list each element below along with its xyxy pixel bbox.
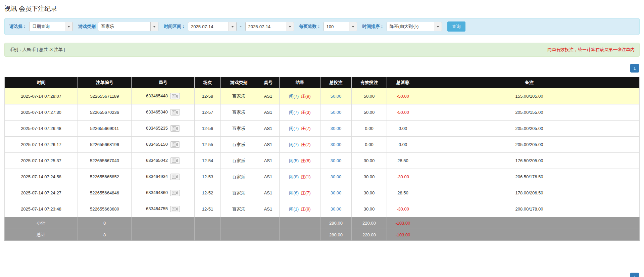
- cell-valid-bet: 30.00: [352, 201, 387, 217]
- time-range-group: 时间区间： ~: [164, 22, 294, 31]
- video-camera-icon[interactable]: [170, 190, 180, 196]
- cell-time: 2025-07-14 07:28:07: [5, 88, 78, 104]
- cell-round: 633464755: [132, 201, 195, 217]
- column-header-round: 局号: [132, 77, 195, 88]
- result-player: 闲(6): [289, 190, 299, 195]
- column-header-game-type: 游戏类别: [221, 77, 257, 88]
- page-size-group: 每页笔数：: [299, 22, 357, 31]
- sort-label: 时间排序：: [362, 24, 384, 30]
- total-bet-link[interactable]: 30.00: [331, 142, 342, 147]
- game-type-input[interactable]: [98, 22, 150, 31]
- cell-valid-bet: 30.00: [352, 153, 387, 169]
- caret-shape: [352, 26, 354, 28]
- result-player: 闲(7): [289, 142, 299, 147]
- query-type-label: 请选择：: [9, 24, 27, 30]
- video-camera-icon[interactable]: [170, 157, 180, 164]
- page-size-combobox[interactable]: [324, 22, 357, 31]
- video-camera-icon[interactable]: [170, 125, 180, 132]
- page-size-input[interactable]: [324, 22, 349, 31]
- video-camera-icon[interactable]: [170, 174, 180, 180]
- chevron-down-icon[interactable]: [229, 22, 236, 31]
- column-header-valid-bet: 有效投注: [352, 77, 387, 88]
- date-from-combobox[interactable]: [188, 22, 237, 31]
- cell-total-bet: 50.00: [320, 88, 352, 104]
- cell-valid-bet: 0.00: [352, 121, 387, 137]
- game-type-group: 游戏类别: [78, 22, 158, 31]
- total-bet-link[interactable]: 50.00: [331, 110, 342, 115]
- cell-payout: 0.00: [387, 137, 419, 153]
- cell-session: 12-57: [195, 104, 221, 121]
- result-banker: 庄(7): [301, 190, 311, 195]
- cell-game-type: 百家乐: [221, 153, 257, 169]
- video-camera-icon[interactable]: [170, 141, 180, 148]
- subtotal-count: 8: [78, 217, 132, 229]
- cell-bet-id: 522655670236: [78, 104, 132, 121]
- cell-remark: 155.00/105.00: [419, 88, 640, 104]
- valid-bet-notice: 同局有效投注，统一计算在该局第一张注单内: [547, 47, 635, 53]
- cell-total-bet: 30.00: [320, 185, 352, 201]
- cell-valid-bet: 30.00: [352, 169, 387, 185]
- cell-table-no: AS1: [257, 88, 280, 104]
- result-player: 闲(1): [289, 206, 299, 212]
- empty-cell: [195, 229, 221, 241]
- total-bet-link[interactable]: 30.00: [331, 126, 342, 131]
- empty-cell: [221, 229, 257, 241]
- cell-time: 2025-07-14 07:24:27: [5, 185, 78, 201]
- sort-input[interactable]: [387, 22, 434, 31]
- cell-remark: 205.00/155.00: [419, 104, 640, 121]
- result-player: 闲(8): [289, 174, 299, 179]
- cell-payout: 28.50: [387, 185, 419, 201]
- cell-result: 闲(7) 庄(9): [280, 88, 320, 104]
- cell-remark: 205.00/205.00: [419, 121, 640, 137]
- cell-session: 12-58: [195, 88, 221, 104]
- total-bet-link[interactable]: 30.00: [331, 158, 342, 163]
- total-bet-link[interactable]: 30.00: [331, 190, 342, 195]
- total-bet-link[interactable]: 30.00: [331, 174, 342, 179]
- cell-game-type: 百家乐: [221, 169, 257, 185]
- cell-result: 闲(1) 庄(9): [280, 201, 320, 217]
- page-1-button[interactable]: 1: [630, 64, 639, 73]
- cell-bet-id: 522655671189: [78, 88, 132, 104]
- empty-cell: [280, 217, 320, 229]
- chevron-down-icon[interactable]: [286, 22, 294, 31]
- video-camera-icon[interactable]: [170, 93, 180, 99]
- cell-round: 633464934: [132, 169, 195, 185]
- date-from-input[interactable]: [188, 22, 229, 31]
- empty-cell: [280, 229, 320, 241]
- cell-session: 12-51: [195, 201, 221, 217]
- cell-bet-id: 522655668196: [78, 137, 132, 153]
- chevron-down-icon[interactable]: [434, 22, 442, 31]
- date-to-combobox[interactable]: [245, 22, 294, 31]
- chevron-down-icon[interactable]: [150, 22, 158, 31]
- cell-game-type: 百家乐: [221, 201, 257, 217]
- result-player: 闲(7): [289, 126, 299, 131]
- round-id: 633465448: [146, 93, 168, 98]
- search-button[interactable]: 查询: [447, 21, 465, 32]
- subtotal-label: 小计: [5, 217, 78, 229]
- cell-valid-bet: 50.00: [352, 88, 387, 104]
- page-1-button-bottom[interactable]: 1: [630, 273, 639, 277]
- query-type-combobox[interactable]: [29, 22, 73, 31]
- cell-remark: 208.00/178.00: [419, 201, 640, 217]
- cell-bet-id: 522655669011: [78, 121, 132, 137]
- empty-cell: [419, 229, 640, 241]
- total-valid-bet: 220.00: [352, 229, 387, 241]
- subtotal-payout: -103.00: [387, 217, 419, 229]
- game-type-combobox[interactable]: [98, 22, 158, 31]
- column-header-total-bet: 总投注: [320, 77, 352, 88]
- query-type-input[interactable]: [30, 22, 65, 31]
- chevron-down-icon[interactable]: [349, 22, 357, 31]
- video-camera-icon[interactable]: [170, 109, 180, 116]
- cell-session: 12-54: [195, 153, 221, 169]
- total-bet-link[interactable]: 50.00: [331, 94, 342, 99]
- result-banker: 庄(8): [301, 158, 311, 163]
- total-bet-link[interactable]: 30.00: [331, 206, 342, 212]
- sort-combobox[interactable]: [387, 22, 442, 31]
- chevron-down-icon[interactable]: [65, 22, 72, 31]
- cell-result: 闲(7) 庄(3): [280, 104, 320, 121]
- cell-bet-id: 522655667040: [78, 153, 132, 169]
- cell-session: 12-56: [195, 121, 221, 137]
- date-to-input[interactable]: [246, 22, 286, 31]
- video-camera-icon[interactable]: [170, 206, 180, 212]
- cell-result: 闲(7) 庄(7): [280, 137, 320, 153]
